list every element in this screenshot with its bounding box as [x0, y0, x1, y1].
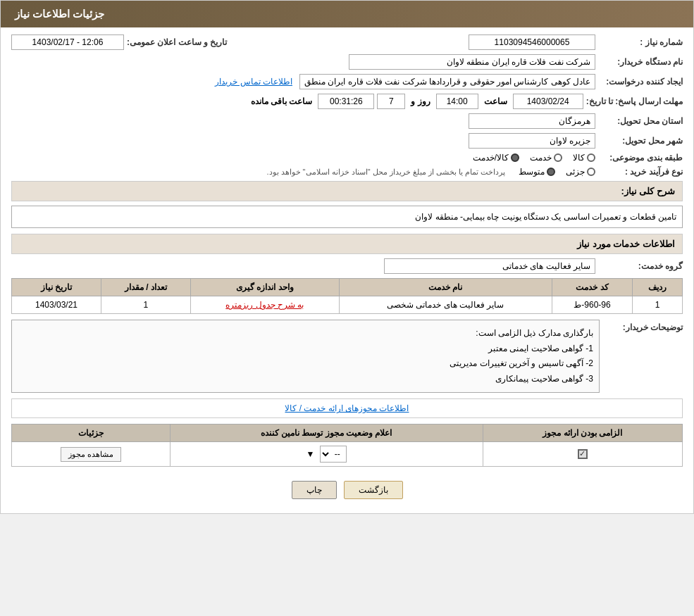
row-shahr: شهر محل تحویل: جزیره لاوان: [11, 133, 683, 149]
perm-elzami-cell: [483, 442, 682, 467]
shahr-label: شهر محل تحویل:: [598, 136, 683, 146]
ostan-value: هرمزگان: [469, 113, 595, 129]
back-button[interactable]: بازگشت: [344, 481, 403, 499]
mohlat-label: مهلت ارسال پاسخ: تا تاریخ:: [586, 96, 683, 106]
tabaqe-kala[interactable]: کالا: [573, 153, 595, 163]
row-shomare: شماره نیاز : 1103094546000065 تاریخ و سا…: [11, 34, 683, 50]
cell-tedad: 1: [101, 296, 191, 314]
tarikh-label: تاریخ و ساعت اعلان عمومی:: [127, 37, 227, 47]
cell-kod: 960-96-ط: [552, 296, 632, 314]
tozihat-label: توضیحات خریدار:: [605, 320, 683, 332]
perm-status-arrow: ▼: [306, 449, 315, 459]
page-title: جزئیات اطلاعات نیاز: [15, 8, 104, 20]
perm-row: -- ▼ مشاهده مجوز: [12, 442, 683, 467]
shomare-value: 1103094546000065: [469, 34, 595, 50]
sharh-box: تامین قطعات و تعمیرات اساسی یک دستگاه یو…: [11, 206, 683, 228]
roz-label: روز و: [411, 96, 430, 106]
row-mohlat: مهلت ارسال پاسخ: تا تاریخ: 1403/02/24 سا…: [11, 94, 683, 109]
tabaqe-radio-group: کالا خدمت کالا/خدمت: [473, 153, 595, 163]
mande-label: ساعت باقی مانده: [251, 96, 313, 106]
tozihat-line-3: 3- گواهی صلاحیت پیمانکاری: [18, 372, 593, 387]
row-namdastgah: نام دستگاه خریدار: شرکت نفت فلات قاره ای…: [11, 54, 683, 70]
col-kod: کد خدمت: [552, 279, 632, 296]
mohlat-date: 1403/02/24: [513, 94, 583, 109]
cell-nam: سایر فعالیت های خدماتی شخصی: [339, 296, 552, 314]
mohlat-mande: 00:31:26: [318, 94, 374, 109]
garoh-label: گروه خدمت:: [598, 261, 683, 271]
radio-kala-label: کالا: [573, 153, 585, 163]
saat-label: ساعت: [484, 96, 507, 106]
permission-table: الزامی بودن ارائه مجوز اعلام وضعیت مجوز …: [11, 424, 683, 467]
permission-section: الزامی بودن ارائه مجوز اعلام وضعیت مجوز …: [11, 424, 683, 467]
perm-detail-cell: مشاهده مجوز: [12, 442, 171, 467]
row-ostan: استان محل تحویل: هرمزگان: [11, 113, 683, 129]
tabaqe-label: طبقه بندی موضوعی:: [598, 153, 683, 163]
tozihat-line-1: 1- گواهی صلاحیت ایمنی معتبر: [18, 341, 593, 357]
ijad-link[interactable]: اطلاعات تماس خریدار: [215, 77, 292, 87]
perm-col-elzami: الزامی بودن ارائه مجوز: [483, 425, 682, 442]
noefar-jozee[interactable]: جزئی: [566, 167, 595, 177]
sharh-value: تامین قطعات و تعمیرات اساسی یک دستگاه یو…: [415, 212, 676, 222]
tozihat-row: توضیحات خریدار: بارگذاری مدارک ذیل الزام…: [11, 320, 683, 393]
cell-vahed[interactable]: به شرح جدول ریزمتره: [190, 296, 339, 314]
perm-checkbox: [489, 449, 676, 459]
tabaqe-kala-khedmat[interactable]: کالا/خدمت: [473, 153, 519, 163]
checkbox-icon: [578, 449, 588, 459]
col-radif: ردیف: [633, 279, 683, 296]
content-area: شماره نیاز : 1103094546000065 تاریخ و سا…: [1, 27, 693, 513]
col-vahed: واحد اندازه گیری: [190, 279, 339, 296]
info-link-text: اطلاعات مجوزهای ارائه خدمت / کالا: [285, 403, 409, 413]
ostan-label: استان محل تحویل:: [598, 116, 683, 126]
noefar-radio-group: جزئی متوسط: [519, 167, 595, 177]
tabaqe-khedmat[interactable]: خدمت: [530, 153, 562, 163]
radio-jozee-icon: [587, 168, 595, 176]
row-ijad: ایجاد کننده درخواست: عادل کوهی کارشناس ا…: [11, 74, 683, 89]
cell-tarikh: 1403/03/21: [12, 296, 101, 314]
shomare-label: شماره نیاز :: [598, 37, 683, 47]
col-tarikh: تاریخ نیاز: [12, 279, 101, 296]
table-row: 1 960-96-ط سایر فعالیت های خدماتی شخصی ب…: [12, 296, 683, 314]
ijad-label: ایجاد کننده درخواست:: [598, 77, 683, 87]
khadamat-label: اطلاعات خدمات مورد نیاز: [577, 239, 675, 249]
noefar-desc: پرداخت تمام یا بخشی از مبلغ خریداز محل "…: [266, 168, 505, 177]
namdastgah-label: نام دستگاه خریدار:: [598, 57, 683, 67]
noefar-motevaset[interactable]: متوسط: [519, 167, 555, 177]
cell-radif: 1: [633, 296, 683, 314]
tarikh-value: 1403/02/17 - 12:06: [11, 34, 124, 50]
radio-khedmat-label: خدمت: [530, 153, 552, 163]
button-row: بازگشت چاپ: [11, 474, 683, 506]
radio-jozee-label: جزئی: [566, 167, 585, 177]
tozihat-line-2: 2- آگهی تاسیس و آخرین تغییرات مدیریتی: [18, 356, 593, 372]
page-container: جزئیات اطلاعات نیاز شماره نیاز : 1103094…: [0, 0, 694, 514]
radio-kala-khedmat-label: کالا/خدمت: [473, 153, 509, 163]
services-table-container: ردیف کد خدمت نام خدمت واحد اندازه گیری ت…: [11, 278, 683, 314]
perm-col-detail: جزئیات: [12, 425, 171, 442]
row-garoh: گروه خدمت: سایر فعالیت های خدماتی: [11, 258, 683, 274]
radio-motevaset-icon: [547, 168, 555, 176]
mohlat-roz: 7: [377, 94, 405, 109]
row-tabaqe: طبقه بندی موضوعی: کالا خدمت کالا/خدمت: [11, 153, 683, 163]
row-noefar: نوع فرآیند خرید : جزئی متوسط پرداخت تمام…: [11, 167, 683, 177]
tozihat-line-0: بارگذاری مدارک ذیل الزامی است:: [18, 326, 593, 341]
page-header: جزئیات اطلاعات نیاز: [1, 1, 693, 27]
radio-khedmat-icon: [554, 153, 562, 162]
view-mojaz-button[interactable]: مشاهده مجوز: [61, 447, 121, 462]
col-tedad: تعداد / مقدار: [101, 279, 191, 296]
khadamat-section-title: اطلاعات خدمات مورد نیاز: [11, 234, 683, 254]
print-button[interactable]: چاپ: [292, 481, 337, 499]
radio-kala-icon: [587, 153, 595, 162]
services-table: ردیف کد خدمت نام خدمت واحد اندازه گیری ت…: [11, 278, 683, 314]
perm-status-cell: -- ▼: [170, 442, 483, 467]
col-nam: نام خدمت: [339, 279, 552, 296]
radio-kala-khedmat-icon: [511, 153, 519, 162]
namdastgah-value: شرکت نفت فلات قاره ایران منطقه لاوان: [349, 54, 595, 70]
mohlat-saat: 14:00: [436, 94, 478, 109]
info-link[interactable]: اطلاعات مجوزهای ارائه خدمت / کالا: [11, 398, 683, 418]
perm-status-select[interactable]: --: [320, 446, 347, 463]
radio-motevaset-label: متوسط: [519, 167, 545, 177]
perm-col-status: اعلام وضعیت مجوز توسط نامین کننده: [170, 425, 483, 442]
garoh-value: سایر فعالیت های خدماتی: [384, 258, 595, 274]
sharh-section-title: شرح کلی نیاز:: [11, 181, 683, 201]
tozihat-box: بارگذاری مدارک ذیل الزامی است: 1- گواهی …: [11, 320, 600, 393]
sharh-label: شرح کلی نیاز:: [621, 186, 675, 196]
